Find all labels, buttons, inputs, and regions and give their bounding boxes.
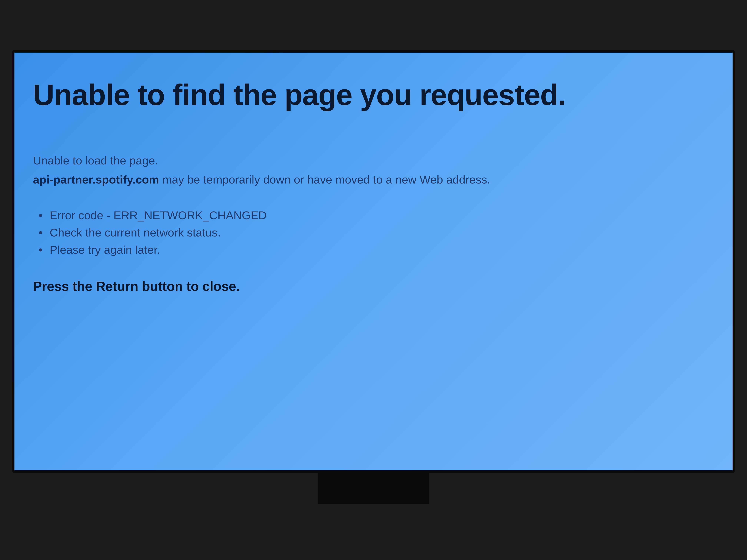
error-bullet-list: Error code - ERR_NETWORK_CHANGED Check t…	[33, 207, 714, 258]
tv-stand	[318, 470, 429, 504]
close-instruction: Press the Return button to close.	[33, 279, 714, 294]
error-subtitle: Unable to load the page.	[33, 152, 714, 169]
error-hostname: api-partner.spotify.com	[33, 173, 159, 186]
error-bullet-item: Check the current network status.	[33, 224, 714, 241]
error-bullet-item: Error code - ERR_NETWORK_CHANGED	[33, 207, 714, 224]
error-screen: Unable to find the page you requested. U…	[15, 53, 732, 470]
tv-frame: Unable to find the page you requested. U…	[12, 50, 735, 473]
error-detail: api-partner.spotify.com may be temporari…	[33, 171, 714, 188]
error-title: Unable to find the page you requested.	[33, 79, 714, 111]
error-bullet-item: Please try again later.	[33, 241, 714, 258]
error-hostname-suffix: may be temporarily down or have moved to…	[159, 173, 490, 186]
